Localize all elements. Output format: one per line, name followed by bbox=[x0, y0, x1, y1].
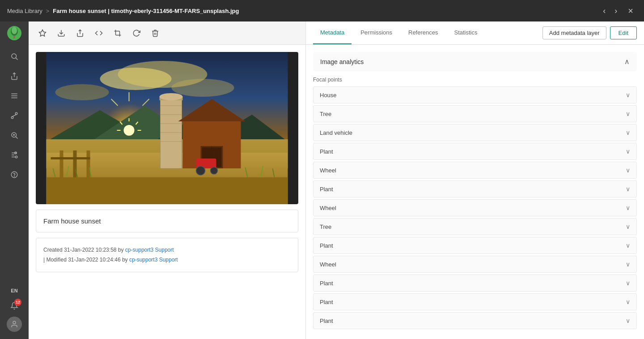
download-button[interactable] bbox=[55, 27, 68, 39]
image-analytics-title: Image analytics bbox=[320, 58, 364, 65]
accordion-plant-2-header[interactable]: Plant ∨ bbox=[314, 181, 636, 197]
accordion-plant-1-header[interactable]: Plant ∨ bbox=[314, 143, 636, 159]
tab-statistics[interactable]: Statistics bbox=[447, 21, 484, 44]
notifications-button[interactable]: 12 bbox=[5, 297, 23, 315]
accordion-plant-1: Plant ∨ bbox=[313, 143, 637, 160]
svg-point-24 bbox=[13, 321, 16, 324]
modified-line: | Modified 31-Jan-2022 10:24:46 by cp-su… bbox=[43, 255, 291, 265]
svg-point-73 bbox=[124, 125, 135, 136]
share-button[interactable] bbox=[73, 27, 87, 39]
nav-buttons: ‹ › bbox=[599, 5, 621, 17]
accordion-house: House ∨ bbox=[313, 86, 637, 103]
accordion-wheel-3-header[interactable]: Wheel ∨ bbox=[314, 256, 636, 272]
svg-point-2 bbox=[12, 27, 17, 34]
accordion-wheel-2-chevron: ∨ bbox=[626, 204, 630, 211]
accordion-plant-5: Plant ∨ bbox=[313, 293, 637, 310]
accordion-plant-1-label: Plant bbox=[320, 148, 333, 155]
sidebar-icon-settings[interactable] bbox=[5, 146, 23, 164]
star-button[interactable] bbox=[36, 27, 49, 39]
crop-button[interactable] bbox=[111, 27, 124, 39]
edit-button[interactable]: Edit bbox=[610, 26, 637, 39]
accordion-wheel-1-header[interactable]: Wheel ∨ bbox=[314, 162, 636, 178]
svg-point-32 bbox=[55, 84, 109, 100]
language-badge[interactable]: EN bbox=[9, 286, 19, 295]
svg-point-23 bbox=[14, 176, 15, 176]
svg-point-21 bbox=[15, 156, 17, 158]
image-container: Farm house sunset Created 31-Jan-2022 10… bbox=[29, 45, 305, 339]
svg-marker-25 bbox=[39, 30, 46, 36]
svg-rect-58 bbox=[60, 150, 64, 177]
created-line: Created 31-Jan-2022 10:23:58 by cp-suppo… bbox=[43, 245, 291, 255]
accordion-tree-2-chevron: ∨ bbox=[626, 223, 630, 230]
tab-references[interactable]: References bbox=[401, 21, 445, 44]
right-content: Image analytics ∧ Focal points House ∨ T… bbox=[306, 45, 644, 339]
accordion-land-vehicle-header[interactable]: Land vehicle ∨ bbox=[314, 124, 636, 141]
accordion-plant-5-header[interactable]: Plant ∨ bbox=[314, 294, 636, 310]
accordion-tree-1-header[interactable]: Tree ∨ bbox=[314, 106, 636, 122]
user-avatar[interactable] bbox=[7, 317, 22, 332]
accordion-plant-6-header[interactable]: Plant ∨ bbox=[314, 313, 636, 329]
accordion-tree-2-header[interactable]: Tree ∨ bbox=[314, 219, 636, 235]
toolbar bbox=[29, 21, 305, 45]
sidebar-icon-search[interactable] bbox=[5, 47, 23, 65]
focal-points-label: Focal points bbox=[313, 77, 637, 83]
svg-point-64 bbox=[211, 167, 218, 174]
accordion-land-vehicle-label: Land vehicle bbox=[320, 129, 352, 136]
accordion-plant-4-header[interactable]: Plant ∨ bbox=[314, 275, 636, 291]
sidebar-icon-workflow[interactable] bbox=[5, 107, 23, 124]
modified-label: | Modified bbox=[43, 257, 67, 263]
svg-point-11 bbox=[15, 112, 17, 115]
tabs-actions: Add metadata layer Edit bbox=[542, 21, 637, 44]
svg-point-63 bbox=[196, 166, 205, 175]
tabs-bar: Metadata Permissions References Statisti… bbox=[306, 21, 644, 45]
refresh-button[interactable] bbox=[130, 27, 143, 39]
sidebar-bottom: EN 12 bbox=[5, 286, 23, 335]
tab-permissions[interactable]: Permissions bbox=[353, 21, 399, 44]
svg-rect-3 bbox=[13, 36, 15, 39]
breadcrumb-root[interactable]: Media Library bbox=[7, 8, 42, 14]
created-by-label: by bbox=[118, 247, 124, 253]
sidebar-icon-list[interactable] bbox=[5, 87, 23, 105]
close-button[interactable]: × bbox=[624, 4, 637, 18]
accordion-wheel-3-label: Wheel bbox=[320, 261, 336, 268]
next-button[interactable]: › bbox=[611, 5, 621, 17]
svg-rect-65 bbox=[47, 177, 288, 204]
accordion-tree-1-chevron: ∨ bbox=[626, 110, 630, 117]
code-button[interactable] bbox=[92, 27, 106, 39]
analytics-chevron-icon: ∧ bbox=[624, 57, 630, 66]
sidebar-icon-help[interactable] bbox=[5, 166, 23, 184]
sidebar-icon-share[interactable] bbox=[5, 67, 23, 85]
accordion-wheel-3-chevron: ∨ bbox=[626, 261, 630, 268]
modified-by-label: by bbox=[122, 257, 128, 263]
accordion-land-vehicle: Land vehicle ∨ bbox=[313, 124, 637, 141]
accordion-wheel-2-header[interactable]: Wheel ∨ bbox=[314, 200, 636, 216]
image-preview bbox=[36, 52, 298, 204]
accordion-plant-4-label: Plant bbox=[320, 280, 333, 287]
breadcrumb-filename: Farm house sunset | timothy-eberly-31145… bbox=[53, 8, 239, 14]
svg-point-10 bbox=[11, 116, 13, 119]
created-user-link[interactable]: cp-support3 Support bbox=[125, 247, 174, 253]
accordion-plant-1-chevron: ∨ bbox=[626, 148, 630, 155]
accordion-wheel-3: Wheel ∨ bbox=[313, 256, 637, 273]
modified-user-link[interactable]: cp-support3 Support bbox=[129, 257, 178, 263]
accordion-plant-6-chevron: ∨ bbox=[626, 317, 630, 324]
accordion-house-header[interactable]: House ∨ bbox=[314, 87, 636, 103]
image-title: Farm house sunset bbox=[43, 217, 101, 225]
tab-metadata[interactable]: Metadata bbox=[313, 21, 352, 44]
accordion-plant-6: Plant ∨ bbox=[313, 312, 637, 329]
image-analytics-header[interactable]: Image analytics ∧ bbox=[313, 52, 637, 71]
accordion-plant-3-label: Plant bbox=[320, 242, 333, 249]
add-metadata-layer-button[interactable]: Add metadata layer bbox=[542, 26, 606, 39]
svg-point-4 bbox=[12, 54, 17, 59]
accordion-plant-3-header[interactable]: Plant ∨ bbox=[314, 237, 636, 253]
breadcrumb: Media Library > Farm house sunset | timo… bbox=[7, 8, 599, 14]
sidebar-icon-advanced-search[interactable] bbox=[5, 126, 23, 144]
prev-button[interactable]: ‹ bbox=[599, 5, 609, 17]
delete-button[interactable] bbox=[148, 27, 162, 39]
accordion-land-vehicle-chevron: ∨ bbox=[626, 129, 630, 136]
created-date: 31-Jan-2022 10:23:58 bbox=[64, 247, 116, 253]
accordion-plant-4: Plant ∨ bbox=[313, 275, 637, 292]
breadcrumb-separator: > bbox=[46, 8, 50, 14]
sidebar-logo[interactable] bbox=[6, 25, 22, 41]
right-panel: Metadata Permissions References Statisti… bbox=[306, 21, 644, 339]
